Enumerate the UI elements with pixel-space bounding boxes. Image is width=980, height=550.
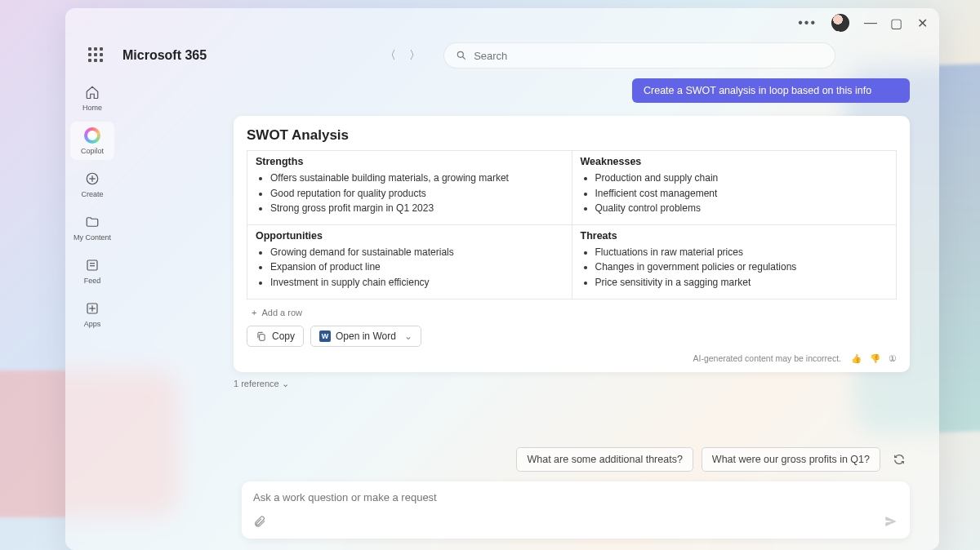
create-icon: [83, 170, 101, 188]
open-in-word-button[interactable]: W Open in Word ⌄: [310, 326, 421, 347]
references-label: 1 reference: [234, 379, 279, 388]
app-window: ••• — ▢ ✕ Microsoft 365 〈 〉 Home Copilot: [65, 8, 939, 550]
sidebar-item-label: Copilot: [81, 147, 104, 155]
copy-label: Copy: [272, 330, 295, 342]
titlebar: ••• — ▢ ✕: [65, 8, 939, 38]
copy-button[interactable]: Copy: [247, 326, 304, 347]
suggestion-row: What are some additional threats? What w…: [119, 442, 923, 477]
references-toggle[interactable]: 1 reference ⌄: [234, 379, 915, 389]
send-icon[interactable]: [884, 514, 898, 532]
compose-box[interactable]: [242, 481, 910, 539]
swot-cell-opportunities[interactable]: Opportunities Growing demand for sustain…: [247, 224, 572, 299]
sidebar-item-label: Feed: [84, 277, 101, 285]
app-launcher-icon[interactable]: [88, 47, 105, 64]
refresh-suggestions-icon[interactable]: [889, 449, 910, 470]
swot-cell-weaknesses[interactable]: Weaknesses Production and supply chain I…: [572, 151, 897, 225]
sidebar-item-label: Create: [81, 190, 103, 198]
swot-item: Strong gross profit margin in Q1 2023: [270, 201, 564, 216]
sidebar: Home Copilot Create My Content Feed Apps: [65, 73, 119, 550]
ai-disclaimer: AI-generated content may be incorrect.: [693, 353, 841, 363]
brand-label: Microsoft 365: [122, 48, 207, 63]
swot-header: Opportunities: [256, 230, 564, 242]
open-word-label: Open in Word: [336, 330, 396, 342]
swot-cell-threats[interactable]: Threats Fluctuations in raw material pri…: [572, 224, 897, 299]
sidebar-item-create[interactable]: Create: [70, 165, 114, 203]
swot-item: Inefficient cost management: [595, 186, 889, 202]
swot-item: Price sensitivity in a sagging market: [595, 275, 889, 291]
attach-icon[interactable]: [253, 515, 266, 531]
search-icon: [456, 50, 467, 61]
chevron-down-icon[interactable]: ⌄: [404, 330, 412, 342]
more-icon[interactable]: •••: [798, 16, 817, 30]
sidebar-item-mycontent[interactable]: My Content: [70, 208, 114, 246]
swot-card: SWOT Analysis Strengths Offers sustainab…: [234, 116, 910, 372]
sidebar-item-label: Apps: [84, 320, 101, 328]
feed-icon: [83, 256, 101, 274]
svg-line-1: [463, 57, 466, 60]
search-bar[interactable]: [443, 42, 835, 69]
suggestion-chip[interactable]: What were our gross profits in Q1?: [702, 447, 880, 472]
svg-rect-5: [87, 260, 97, 270]
sidebar-item-home[interactable]: Home: [70, 78, 114, 117]
home-icon: [83, 83, 101, 101]
folder-icon: [83, 213, 101, 231]
word-icon: W: [319, 330, 331, 342]
swot-item: Fluctuations in raw material prices: [595, 245, 889, 260]
app-header: Microsoft 365 〈 〉: [65, 38, 939, 73]
swot-item: Changes in government policies or regula…: [595, 259, 889, 275]
search-input[interactable]: [474, 50, 823, 62]
svg-rect-11: [260, 334, 265, 340]
swot-cell-strengths[interactable]: Strengths Offers sustainable building ma…: [247, 151, 572, 225]
minimize-button[interactable]: —: [864, 16, 875, 30]
swot-item: Growing demand for sustainable materials: [270, 245, 564, 260]
maximize-button[interactable]: ▢: [890, 16, 902, 31]
swot-item: Production and supply chain: [595, 171, 889, 186]
swot-item: Expansion of product line: [270, 259, 564, 275]
report-icon[interactable]: ①: [889, 353, 897, 364]
sidebar-item-copilot[interactable]: Copilot: [70, 122, 114, 160]
add-row-label: Add a row: [261, 308, 302, 317]
add-row-button[interactable]: + Add a row: [252, 308, 897, 317]
thumbs-up-icon[interactable]: 👍: [851, 353, 862, 364]
swot-item: Good reputation for quality products: [270, 186, 564, 202]
swot-header: Strengths: [256, 156, 564, 167]
sidebar-item-label: My Content: [74, 233, 111, 242]
swot-item: Quality control problems: [595, 201, 889, 216]
swot-item: Investment in supply chain efficiency: [270, 275, 564, 291]
sidebar-item-feed[interactable]: Feed: [70, 251, 114, 290]
close-button[interactable]: ✕: [916, 16, 928, 31]
compose-input[interactable]: [253, 491, 898, 503]
swot-item: Offers sustainable building materials, a…: [270, 171, 564, 186]
copilot-icon: [83, 126, 101, 144]
chevron-down-icon: ⌄: [282, 379, 289, 388]
svg-point-0: [457, 51, 463, 57]
suggestion-chip[interactable]: What are some additional threats?: [516, 447, 693, 472]
copy-icon: [256, 330, 267, 342]
apps-icon: [83, 299, 101, 317]
swot-header: Threats: [581, 230, 889, 242]
sidebar-item-apps[interactable]: Apps: [70, 295, 114, 333]
thumbs-down-icon[interactable]: 👎: [870, 353, 880, 364]
sidebar-item-label: Home: [82, 104, 102, 112]
user-message-bubble: Create a SWOT analysis in loop based on …: [632, 78, 910, 103]
nav-forward-icon[interactable]: 〉: [409, 48, 421, 63]
swot-table: Strengths Offers sustainable building ma…: [247, 150, 897, 299]
nav-back-icon[interactable]: 〈: [385, 48, 396, 63]
main-panel: Create a SWOT analysis in loop based on …: [119, 73, 939, 550]
swot-header: Weaknesses: [581, 156, 889, 167]
swot-title: SWOT Analysis: [247, 127, 897, 144]
user-avatar[interactable]: [831, 14, 849, 32]
plus-icon: +: [252, 308, 256, 317]
